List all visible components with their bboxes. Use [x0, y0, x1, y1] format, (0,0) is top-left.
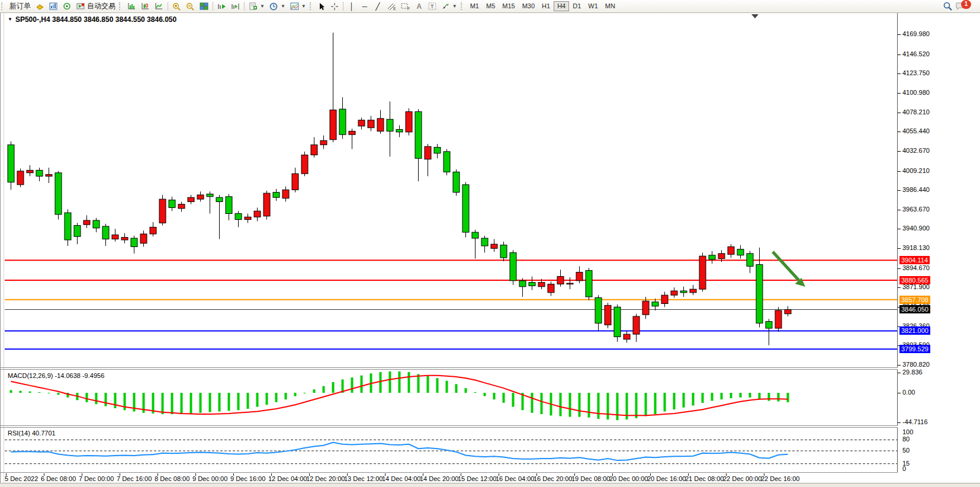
timeframe-d1[interactable]: D1: [569, 1, 584, 11]
timeframe-h4[interactable]: H4: [554, 1, 569, 11]
timeframe-m15[interactable]: M15: [499, 1, 518, 11]
main-toolbar: 新订单 自动交易: [0, 0, 980, 13]
hline-price-tag[interactable]: 3904.114: [899, 256, 930, 264]
price-tick-mark: [898, 151, 901, 152]
rsi-tick-label: 50: [902, 447, 910, 454]
macd-pane[interactable]: [5, 370, 898, 425]
price-tick-mark: [898, 229, 901, 229]
timeframe-m30[interactable]: M30: [519, 1, 538, 11]
price-tick-label: 4032.670: [902, 147, 930, 154]
text-label-tool-button[interactable]: T: [426, 1, 439, 12]
toolbar-separator: [244, 2, 245, 11]
price-tick-mark: [898, 73, 901, 74]
rsi-axis: 1008050150: [898, 428, 980, 472]
hline-price-tag[interactable]: 3880.565: [899, 276, 930, 284]
pane-separator[interactable]: [0, 367, 898, 368]
auto-scroll-button[interactable]: [215, 1, 229, 12]
svg-text:E: E: [393, 7, 396, 11]
timeframe-w1[interactable]: W1: [584, 1, 602, 11]
tile-windows-button[interactable]: [197, 1, 211, 12]
price-axis[interactable]: 4169.9804146.5204123.7504100.9804078.210…: [898, 13, 980, 367]
hline-price-tag[interactable]: 3857.708: [899, 296, 930, 304]
toolbar-grip[interactable]: [310, 2, 313, 10]
cursor-tool-button[interactable]: [316, 1, 328, 12]
price-tick-label: 4169.980: [902, 30, 930, 37]
price-tick-label: 3894.670: [902, 264, 930, 271]
hline-price-tag[interactable]: 3821.000: [899, 326, 930, 335]
rsi-tick-label: 0: [902, 465, 906, 472]
timeframe-group: M1M5M15M30H1H4D1W1MN: [467, 1, 619, 11]
trading-terminal: 新订单 自动交易: [0, 0, 980, 487]
price-chart-pane[interactable]: [5, 13, 898, 367]
bar-chart-icon: [127, 2, 136, 10]
indicators-button[interactable]: ▼: [246, 1, 267, 12]
timeframe-m5[interactable]: M5: [483, 1, 499, 11]
toolbar-grip[interactable]: [1, 2, 5, 10]
time-axis-label: 20 Dec 00:00: [609, 475, 648, 482]
candlestick-mode-button[interactable]: [139, 1, 152, 12]
trendline-tool-button[interactable]: ╱: [371, 1, 384, 12]
cycle-lines-tool-button[interactable]: F: [399, 1, 413, 12]
chart-shift-button[interactable]: [229, 1, 242, 12]
timeframe-h1[interactable]: H1: [538, 1, 554, 11]
pane-separator[interactable]: [0, 425, 898, 426]
line-chart-mode-button[interactable]: [152, 1, 166, 12]
time-axis-label: 14 Dec 04:00: [382, 475, 420, 482]
chart-title-text: SP500-,H4 3844.850 3846.850 3844.550 384…: [15, 15, 176, 24]
autotrading-icon: [76, 2, 85, 10]
fibonacci-tool-button[interactable]: E: [384, 1, 399, 12]
window-bottom-strip: [0, 483, 980, 487]
price-tick-mark: [898, 365, 901, 366]
text-tool-button[interactable]: A: [413, 1, 426, 12]
toolbar-grip[interactable]: [461, 2, 464, 10]
price-tick-label: 3780.820: [902, 361, 930, 368]
svg-text:T: T: [430, 4, 434, 9]
rsi-pane[interactable]: [5, 428, 898, 472]
price-tick-mark: [898, 55, 901, 55]
autotrading-label: 自动交易: [87, 1, 115, 11]
market-watch-button[interactable]: [33, 1, 47, 12]
price-tick-mark: [898, 268, 901, 269]
horizontal-line-tool-button[interactable]: ─: [358, 1, 371, 12]
collapse-triangle-icon[interactable]: ▼: [8, 17, 12, 22]
autotrading-button[interactable]: 自动交易: [74, 1, 118, 12]
price-tick-label: 4123.750: [902, 69, 930, 76]
time-axis-label: 7 Dec 00:00: [79, 475, 114, 482]
timeframe-mn[interactable]: MN: [602, 1, 619, 11]
crosshair-tool-button[interactable]: [328, 1, 341, 12]
price-tick-mark: [898, 132, 901, 132]
periods-button[interactable]: ▼: [267, 1, 288, 12]
chevron-down-icon: ▼: [260, 4, 265, 9]
chart-shift-icon: [231, 2, 240, 10]
hline-price-tag[interactable]: 3799.529: [899, 345, 930, 353]
macd-tick-mark: [898, 422, 901, 423]
new-order-button[interactable]: 新订单: [7, 1, 33, 12]
arrows-tool-button[interactable]: ▼: [439, 1, 460, 12]
auto-scroll-icon: [217, 2, 226, 10]
gold-icon: [36, 2, 44, 10]
time-axis[interactable]: 5 Dec 20226 Dec 08:007 Dec 00:007 Dec 16…: [5, 473, 898, 482]
svg-text:F: F: [407, 7, 410, 11]
candlestick-icon: [141, 2, 150, 10]
bar-chart-mode-button[interactable]: [125, 1, 139, 12]
search-icon[interactable]: [943, 2, 953, 11]
notifications-button[interactable]: 1: [955, 2, 975, 11]
vertical-line-tool-button[interactable]: │: [345, 1, 358, 12]
toolbar-grip[interactable]: [119, 2, 123, 10]
vertical-line-icon: │: [348, 2, 356, 11]
navigator-button[interactable]: [60, 1, 74, 12]
macd-tick-label: 29.836: [902, 369, 923, 376]
timeframe-m1[interactable]: M1: [467, 1, 483, 11]
text-icon: A: [415, 2, 423, 11]
chevron-down-icon: ▼: [281, 4, 285, 9]
time-axis-label: 12 Dec 04:00: [268, 475, 307, 482]
navigator-icon: [63, 2, 72, 10]
zoom-out-icon: [186, 2, 195, 11]
zoom-out-button[interactable]: [184, 1, 197, 12]
time-axis-label: 19 Dec 08:00: [571, 475, 610, 482]
time-axis-label: 9 Dec 16:00: [230, 475, 265, 482]
price-tick-mark: [898, 93, 901, 94]
data-window-button[interactable]: [47, 1, 60, 12]
templates-button[interactable]: ▼: [288, 1, 309, 12]
zoom-in-button[interactable]: [170, 1, 184, 12]
